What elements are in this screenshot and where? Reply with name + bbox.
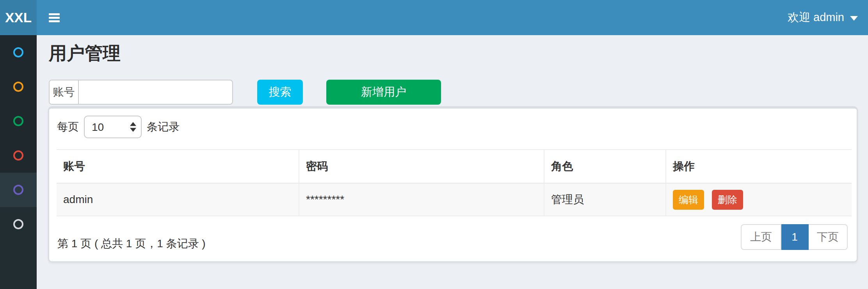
delete-button[interactable]: 删除: [712, 190, 743, 210]
circle-o-icon: [13, 219, 23, 229]
search-button[interactable]: 搜索: [257, 80, 303, 105]
next-page-button[interactable]: 下页: [809, 224, 848, 250]
circle-o-icon: [13, 47, 23, 57]
sidebar-item-6[interactable]: [0, 207, 37, 241]
circle-o-icon: [13, 116, 23, 126]
user-menu[interactable]: 欢迎 admin: [788, 0, 858, 35]
sidebar-toggle-button[interactable]: [42, 0, 66, 35]
cell-account: admin: [57, 183, 299, 216]
users-table: 账号 密码 角色 操作 admin ********* 管理员 编辑 删除: [57, 149, 852, 216]
col-header-account[interactable]: 账号: [57, 150, 299, 183]
hamburger-icon: [49, 13, 60, 22]
per-page-suffix-label: 条记录: [147, 120, 180, 134]
edit-button[interactable]: 编辑: [673, 190, 704, 210]
col-header-role[interactable]: 角色: [544, 150, 666, 183]
cell-password: *********: [299, 183, 544, 216]
sidebar-item-5[interactable]: [0, 173, 37, 207]
sidebar-item-3[interactable]: [0, 104, 37, 138]
main-content: 用户管理 账号 搜索 新增用户 每页 10 条记录 账号 密码: [37, 35, 868, 289]
col-header-actions[interactable]: 操作: [666, 150, 852, 183]
add-user-button[interactable]: 新增用户: [326, 80, 441, 105]
per-page-select[interactable]: 10: [84, 116, 142, 138]
circle-o-icon: [13, 185, 23, 195]
sidebar-item-4[interactable]: [0, 138, 37, 173]
cell-actions: 编辑 删除: [666, 183, 852, 216]
top-navbar: XXL 欢迎 admin: [0, 0, 868, 35]
sidebar-item-1[interactable]: [0, 35, 37, 70]
welcome-text: 欢迎 admin: [788, 10, 844, 25]
cell-role: 管理员: [544, 183, 666, 216]
prev-page-button[interactable]: 上页: [741, 224, 781, 250]
pagination: 上页 1 下页: [741, 224, 848, 250]
circle-o-icon: [13, 150, 23, 161]
brand-logo[interactable]: XXL: [0, 0, 37, 35]
search-input[interactable]: [79, 80, 232, 104]
pagination-summary: 第 1 页 ( 总共 1 页，1 条记录 ): [57, 236, 206, 251]
search-addon-label: 账号: [50, 80, 79, 104]
search-input-group: 账号: [49, 80, 233, 105]
col-header-password[interactable]: 密码: [299, 150, 544, 183]
circle-o-icon: [13, 82, 23, 92]
caret-down-icon: [850, 16, 858, 21]
current-page-button[interactable]: 1: [781, 224, 809, 250]
sidebar-item-2[interactable]: [0, 70, 37, 104]
per-page-control: 每页 10 条记录: [57, 116, 180, 138]
sidebar: [0, 35, 37, 289]
table-header-row: 账号 密码 角色 操作: [57, 150, 852, 183]
per-page-select-wrap: 10: [84, 116, 142, 138]
per-page-prefix-label: 每页: [57, 120, 79, 134]
table-row: admin ********* 管理员 编辑 删除: [57, 183, 852, 216]
page-title: 用户管理: [49, 43, 121, 64]
data-panel: 每页 10 条记录 账号 密码 角色 操作: [48, 106, 858, 262]
